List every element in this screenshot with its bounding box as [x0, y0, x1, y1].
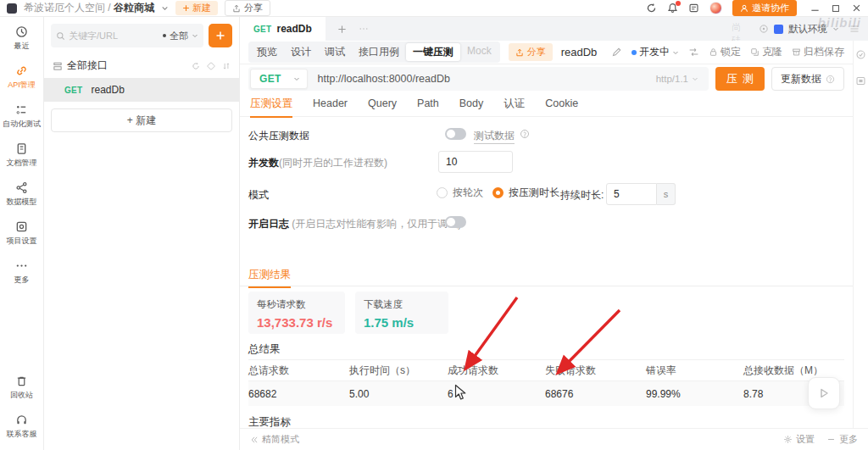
mode-debug[interactable]: 调试 [318, 43, 352, 61]
run-stress-test-button[interactable]: 压测 [715, 67, 765, 91]
new-tab-icon[interactable] [337, 25, 347, 34]
concurrency-label: 并发数(同时开启的工作进程数) [248, 156, 387, 170]
mode-option-rounds[interactable]: 按轮次 [437, 186, 483, 200]
test-data-link[interactable]: 测试数据 [474, 129, 515, 144]
method-selector[interactable]: GET [250, 69, 308, 89]
summary-title: 总结果 [248, 342, 281, 357]
chevron-down-icon [672, 49, 679, 56]
lock-icon [709, 47, 718, 57]
sidebar-item-recent[interactable]: 最近 [0, 25, 44, 52]
feedback-icon[interactable] [688, 3, 699, 14]
divider [240, 286, 853, 286]
sidebar-item-models[interactable]: 数据模型 [0, 181, 44, 208]
env-menu-icon[interactable] [849, 24, 860, 34]
run-again-fab[interactable] [808, 377, 840, 409]
icon-sidebar: 最近 API管理 自动化测试 文档管理 数据模型 项目设置 更多 回收站 联系客… [0, 17, 44, 450]
public-data-toggle[interactable] [445, 128, 466, 140]
env-selector[interactable]: 默认环境 [788, 23, 827, 36]
settings-button[interactable]: 设置 [783, 433, 815, 446]
add-api-button[interactable] [209, 24, 232, 47]
app-logo-icon [7, 3, 17, 14]
tab-query[interactable]: Query [368, 93, 397, 116]
mode-option-duration[interactable]: 按压测时长 [492, 186, 559, 200]
update-data-button[interactable]: 更新数据 [771, 67, 844, 91]
new-button[interactable]: 新建 [175, 1, 218, 15]
list-tree-icon [53, 61, 63, 71]
status-selector[interactable]: 开发中 [632, 45, 679, 59]
doc-title: readDb [561, 46, 598, 58]
mode-stress-test[interactable]: 一键压测 [406, 43, 460, 61]
nodes-icon [15, 181, 28, 194]
search-input[interactable] [69, 31, 135, 41]
sidebar-item-more[interactable]: 更多 [0, 259, 44, 286]
concurrency-input[interactable] [438, 151, 513, 173]
sidebar-item-support[interactable]: 联系客服 [0, 414, 44, 440]
search-box[interactable]: 全部 [51, 24, 203, 47]
status-dot-icon [632, 50, 637, 55]
target-icon[interactable] [759, 24, 769, 34]
share-button-top[interactable]: 分享 [225, 0, 270, 16]
refresh-icon[interactable] [646, 3, 657, 14]
share-doc-button[interactable]: 分享 [509, 43, 553, 61]
notifications-button[interactable] [667, 3, 678, 14]
more-button[interactable]: 更多 [826, 433, 858, 446]
duration-unit: s [657, 183, 676, 205]
document-tabstrip: GET readDb bilibili 尚硅谷 默认环境 [240, 17, 868, 41]
trash-icon [15, 375, 28, 387]
breadcrumb[interactable]: 希波诺厄个人空间 / 谷粒商城 [24, 1, 154, 15]
doc-tab-readdb[interactable]: GET readDb [240, 17, 326, 41]
sidebar-item-autotest[interactable]: 自动化测试 [0, 103, 44, 130]
invite-collab-button[interactable]: 邀请协作 [732, 0, 797, 16]
workspace-name[interactable]: 希波诺厄个人空间 [24, 2, 105, 14]
mode-mock[interactable]: Mock [460, 43, 498, 61]
tab-path[interactable]: Path [417, 93, 439, 116]
api-status-icon[interactable] [855, 49, 866, 60]
project-settings-icon [15, 220, 28, 233]
avatar[interactable] [709, 2, 722, 14]
tab-stress-settings[interactable]: 压测设置 [250, 92, 292, 118]
tab-cookie[interactable]: Cookie [545, 93, 578, 116]
mode-preview[interactable]: 预览 [250, 43, 284, 61]
compare-icon[interactable] [688, 47, 699, 58]
expand-icon[interactable] [207, 62, 215, 70]
duration-input[interactable] [606, 183, 657, 205]
project-name[interactable]: 谷粒商城 [114, 2, 154, 14]
sidebar-item-recycle[interactable]: 回收站 [0, 375, 44, 401]
url-field[interactable]: GET http://localhost:8000/readDb http/1.… [248, 67, 709, 91]
tab-auth[interactable]: 认证 [504, 92, 525, 118]
refresh-icon[interactable] [192, 62, 200, 70]
tab-more-icon[interactable] [359, 24, 369, 34]
help-icon[interactable] [520, 129, 530, 139]
explorer-section-header[interactable]: 全部接口 [44, 53, 239, 78]
error-rate: 99.99% [646, 388, 743, 400]
log-toggle[interactable] [445, 216, 466, 228]
mode-cases[interactable]: 接口用例 [352, 43, 406, 61]
tab-body[interactable]: Body [459, 93, 484, 116]
url-input[interactable]: http://localhost:8000/readDb [308, 73, 656, 85]
sidebar-item-docs[interactable]: 文档管理 [0, 142, 44, 169]
doc-toolbar: 预览 设计 调试 接口用例 一键压测 Mock 分享 readDb 开发中 锁定 [240, 41, 853, 64]
new-api-button[interactable]: + 新建 [51, 108, 232, 132]
search-filter[interactable]: 全部 [163, 30, 198, 42]
edit-icon[interactable] [611, 47, 622, 58]
compact-mode-button[interactable]: 精简模式 [250, 433, 299, 446]
archive-button[interactable]: 归档保存 [792, 45, 844, 59]
sidebar-item-api[interactable]: API管理 [0, 64, 44, 91]
sort-icon[interactable] [222, 62, 231, 70]
clone-button[interactable]: 克隆 [750, 45, 782, 59]
lock-button[interactable]: 锁定 [709, 45, 741, 59]
mode-segment-control: 预览 设计 调试 接口用例 一键压测 Mock [248, 42, 500, 63]
api-explorer-panel: 全部 全部接口 GET readDb + 新建 [44, 17, 240, 450]
chevron-down-icon[interactable] [832, 25, 839, 32]
panel-icon[interactable] [855, 75, 866, 86]
api-list-item-readdb[interactable]: GET readDb [44, 78, 239, 102]
protocol-selector[interactable]: http/1.1 [656, 74, 707, 84]
sidebar-item-project-settings[interactable]: 项目设置 [0, 220, 44, 247]
close-icon[interactable] [852, 3, 861, 13]
mode-design[interactable]: 设计 [284, 43, 318, 61]
chevron-down-icon[interactable] [161, 4, 169, 12]
tab-header[interactable]: Header [313, 93, 348, 116]
maximize-icon[interactable] [832, 4, 840, 13]
total-requests: 68682 [248, 388, 349, 400]
minimize-icon[interactable] [810, 3, 820, 13]
